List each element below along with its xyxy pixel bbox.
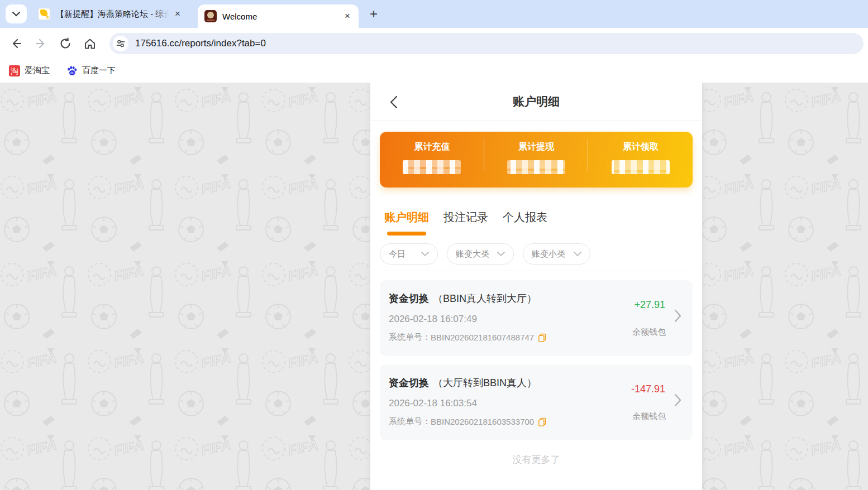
bookmark-baidu[interactable]: du 百度一下: [66, 65, 116, 76]
filter-label: 今日: [389, 249, 406, 260]
transaction-time: 2026-02-18 16:07:49: [389, 314, 609, 325]
browser-tab-forum[interactable]: 【新提醒】海燕策略论坛 - 综合 ×: [31, 0, 189, 28]
taobao-icon: 淘: [9, 65, 20, 76]
copy-button[interactable]: [538, 417, 547, 426]
filter-date-dropdown[interactable]: 今日: [380, 243, 438, 265]
tab-title: Welcome: [222, 12, 338, 21]
copy-icon: [538, 333, 547, 342]
transaction-wallet: 余额钱包: [632, 411, 666, 422]
bookmark-label: 爱淘宝: [25, 65, 50, 76]
svg-text:du: du: [70, 71, 75, 75]
transaction-title: 资金切换（BBIN真人转到大厅）: [389, 292, 609, 305]
url-bar[interactable]: 175616.cc/reports/index?tab=0: [109, 33, 864, 54]
filter-row: 今日 账变大类 账变小类: [380, 243, 693, 271]
welcome-favicon-icon: [204, 10, 217, 22]
reload-icon: [59, 37, 72, 50]
masked-value: [507, 160, 565, 174]
active-tab-underline: [387, 232, 426, 236]
order-number: BBIN202602181607488747: [431, 333, 534, 342]
chevron-down-icon: [12, 12, 20, 17]
order-label: 系统单号：: [389, 416, 431, 427]
stat-total-deposit: 累计充值: [380, 132, 484, 188]
back-button[interactable]: [6, 33, 27, 54]
filter-label: 账变大类: [456, 249, 489, 260]
transaction-row[interactable]: 资金切换（大厅转到BBIN真人） 2026-02-18 16:03:54 系统单…: [380, 364, 693, 440]
bookmark-label: 百度一下: [82, 65, 116, 76]
no-more-text: 没有更多了: [380, 453, 693, 466]
chevron-down-icon: [497, 252, 505, 256]
site-info-button[interactable]: [113, 36, 128, 51]
home-button[interactable]: [79, 33, 101, 54]
chevron-left-icon: [388, 95, 400, 109]
tab-label: 账户明细: [384, 211, 429, 223]
tab-label: 个人报表: [503, 211, 547, 223]
transaction-detail: （大厅转到BBIN真人）: [433, 377, 537, 388]
forward-arrow-icon: [34, 37, 47, 50]
stat-label: 累计领取: [588, 141, 693, 153]
transaction-amount: +27.91: [634, 299, 665, 311]
url-text: 175616.cc/reports/index?tab=0: [135, 38, 266, 49]
copy-icon: [538, 417, 547, 426]
order-number: BBIN202602181603533700: [431, 417, 534, 426]
browser-tab-welcome[interactable]: Welcome ×: [198, 4, 359, 28]
report-tabs: 账户明细 投注记录 个人报表: [384, 210, 693, 236]
filter-label: 账变小类: [532, 249, 565, 260]
close-icon[interactable]: ×: [342, 11, 353, 22]
home-icon: [83, 37, 97, 50]
page-title: 账户明细: [370, 83, 702, 121]
tab-label: 投注记录: [443, 211, 488, 223]
reload-button[interactable]: [55, 33, 76, 54]
stat-label: 累计提现: [484, 141, 589, 153]
transaction-detail: （BBIN真人转到大厅）: [433, 293, 537, 304]
stat-label: 累计充值: [380, 141, 484, 153]
stat-total-withdraw: 累计提现: [484, 132, 589, 188]
forum-favicon-icon: [38, 8, 50, 20]
transaction-type: 资金切换: [389, 293, 429, 304]
browser-toolbar: 175616.cc/reports/index?tab=0: [0, 28, 868, 59]
copy-button[interactable]: [538, 333, 547, 342]
tab-search-button[interactable]: [6, 4, 27, 23]
transaction-time: 2026-02-18 16:03:54: [389, 398, 609, 409]
tab-personal-report[interactable]: 个人报表: [503, 210, 547, 236]
bookmark-taobao[interactable]: 淘 爱淘宝: [9, 65, 50, 76]
new-tab-button[interactable]: +: [365, 6, 382, 22]
masked-value: [403, 160, 461, 174]
transaction-wallet: 余额钱包: [632, 327, 666, 338]
page-content: FIFA 账户明细: [0, 83, 868, 490]
chevron-right-icon: [674, 393, 681, 407]
back-arrow-icon: [9, 37, 23, 50]
chevron-down-icon: [574, 252, 581, 256]
filter-major-type-dropdown[interactable]: 账变大类: [447, 243, 514, 265]
transaction-order: 系统单号： BBIN202602181603533700: [389, 416, 609, 427]
tab-title: 【新提醒】海燕策略论坛 - 综合: [56, 9, 169, 20]
summary-card: 累计充值 累计提现 累计领取: [380, 132, 693, 188]
close-icon[interactable]: ×: [172, 8, 183, 20]
tab-strip: 【新提醒】海燕策略论坛 - 综合 × Welcome × +: [0, 0, 868, 28]
order-label: 系统单号：: [389, 332, 431, 343]
transaction-row[interactable]: 资金切换（BBIN真人转到大厅） 2026-02-18 16:07:49 系统单…: [380, 280, 693, 356]
baidu-paw-icon: du: [66, 65, 78, 76]
panel-header: 账户明细: [370, 83, 702, 121]
tab-bet-records[interactable]: 投注记录: [443, 210, 488, 236]
tab-account-details[interactable]: 账户明细: [384, 210, 429, 236]
account-panel: 账户明细 累计充值 累计提现 累计领取 账户明细 投注记录: [370, 83, 702, 490]
transaction-order: 系统单号： BBIN202602181607488747: [389, 332, 609, 343]
filter-minor-type-dropdown[interactable]: 账变小类: [523, 243, 590, 265]
stat-total-claim: 累计领取: [588, 132, 693, 188]
transaction-amount: -147.91: [631, 383, 665, 395]
chevron-down-icon: [421, 252, 429, 256]
page-back-button[interactable]: [386, 94, 402, 110]
masked-value: [612, 160, 670, 174]
bookmarks-bar: 淘 爱淘宝 du 百度一下: [0, 59, 868, 83]
chevron-right-icon: [674, 309, 681, 323]
forward-button[interactable]: [30, 33, 51, 54]
transaction-title: 资金切换（大厅转到BBIN真人）: [389, 376, 609, 390]
transaction-list: 资金切换（BBIN真人转到大厅） 2026-02-18 16:07:49 系统单…: [370, 271, 702, 466]
site-settings-icon: [116, 39, 126, 49]
transaction-type: 资金切换: [389, 377, 429, 388]
